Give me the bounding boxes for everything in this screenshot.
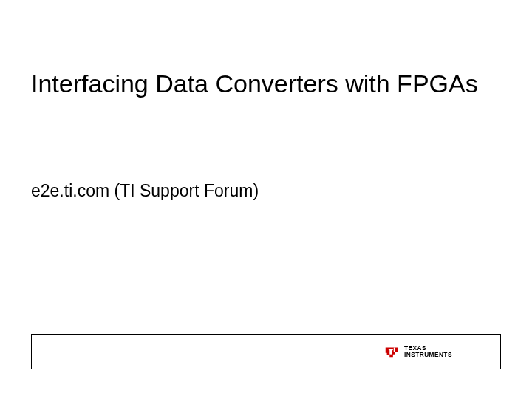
ti-logo-text: TEXAS INSTRUMENTS xyxy=(404,345,452,358)
svg-rect-1 xyxy=(388,349,392,350)
ti-chip-icon xyxy=(383,344,400,360)
slide-title: Interfacing Data Converters with FPGAs xyxy=(31,68,488,100)
ti-logo: TEXAS INSTRUMENTS xyxy=(383,344,457,360)
svg-point-3 xyxy=(393,348,395,349)
slide-subtitle: e2e.ti.com (TI Support Forum) xyxy=(31,181,259,201)
svg-rect-2 xyxy=(393,349,395,352)
footer-bar: TEXAS INSTRUMENTS xyxy=(31,334,501,369)
ti-logo-line2: INSTRUMENTS xyxy=(404,352,452,358)
